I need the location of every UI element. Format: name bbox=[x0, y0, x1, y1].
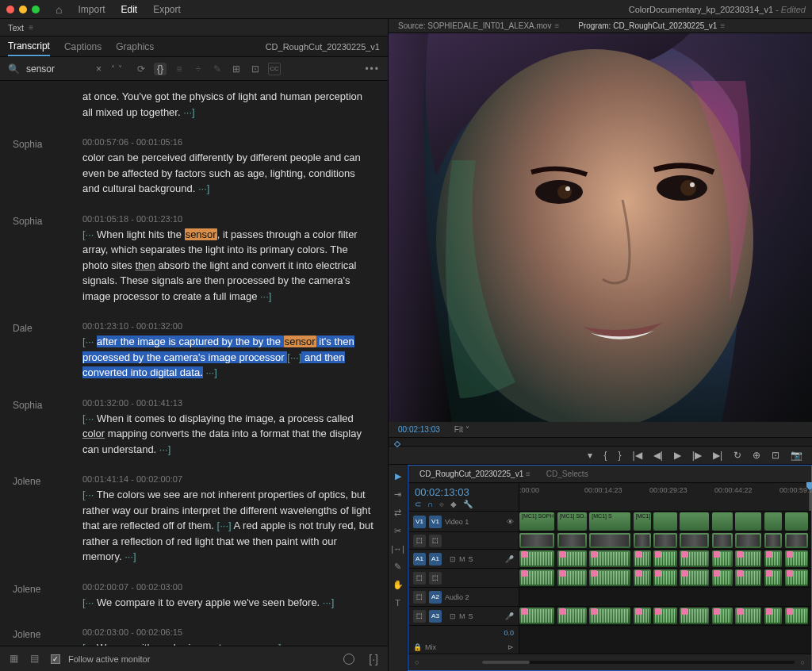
clip[interactable] bbox=[557, 608, 587, 624]
clip[interactable] bbox=[764, 550, 782, 567]
clip[interactable] bbox=[680, 608, 709, 624]
speaker-name[interactable]: Jolene bbox=[13, 582, 82, 611]
transcript-row[interactable]: Sophia00:01:32:00 - 00:01:41:13[··· When… bbox=[0, 393, 388, 470]
a1-source-toggle[interactable]: A1 bbox=[413, 553, 426, 566]
home-icon[interactable]: ⌂ bbox=[56, 3, 62, 16]
clip[interactable] bbox=[785, 533, 808, 548]
brackets-icon[interactable]: {} bbox=[154, 63, 167, 75]
transcript-text[interactable]: at once. You've got the physics of light… bbox=[82, 89, 375, 120]
lock-icon[interactable]: 🔒 bbox=[413, 643, 422, 651]
clip[interactable] bbox=[557, 533, 587, 548]
clip[interactable] bbox=[764, 608, 782, 624]
speaker-name[interactable]: Sophia bbox=[13, 214, 82, 305]
razor-tool-icon[interactable]: ✂ bbox=[394, 526, 401, 536]
timeline-ruler[interactable]: :00:0000:00:14:2300:00:29:2300:00:44:220… bbox=[519, 483, 811, 511]
speaker-name[interactable]: Jolene bbox=[13, 474, 82, 565]
clear-search[interactable]: × bbox=[96, 63, 102, 75]
track-header-a2[interactable]: ⬚ A2 Audio 2 bbox=[408, 588, 519, 606]
more-menu[interactable]: ••• bbox=[365, 63, 380, 75]
speaker-name[interactable]: Sophia bbox=[13, 137, 82, 197]
clip[interactable] bbox=[680, 569, 709, 586]
a1-target-toggle[interactable]: A1 bbox=[429, 553, 442, 566]
step-back-icon[interactable]: ◀| bbox=[653, 450, 663, 461]
clip[interactable] bbox=[653, 512, 676, 531]
footer-icon-1[interactable]: ▦ bbox=[10, 653, 22, 665]
search-input[interactable] bbox=[26, 63, 90, 75]
clip[interactable] bbox=[634, 569, 651, 586]
clip[interactable] bbox=[735, 550, 761, 567]
play-icon[interactable]: ▶ bbox=[674, 450, 681, 461]
clip[interactable] bbox=[634, 608, 651, 624]
clip[interactable] bbox=[785, 608, 808, 624]
speaker-name[interactable]: Dale bbox=[13, 321, 82, 381]
follow-checkbox[interactable]: ✓ bbox=[51, 654, 60, 664]
tab-graphics[interactable]: Graphics bbox=[116, 38, 154, 56]
go-to-out-icon[interactable]: ▶| bbox=[713, 450, 722, 461]
bracket-button[interactable]: [·] bbox=[369, 653, 378, 665]
clip[interactable] bbox=[589, 608, 630, 624]
footer-icon-2[interactable]: ▤ bbox=[30, 653, 43, 665]
menu-export[interactable]: Export bbox=[153, 4, 181, 15]
a3-content[interactable] bbox=[519, 607, 811, 625]
a3-target-toggle[interactable]: A3 bbox=[429, 610, 442, 623]
a2-target-toggle[interactable]: A2 bbox=[429, 591, 442, 604]
edit-icon[interactable]: ✎ bbox=[211, 63, 224, 75]
program-monitor[interactable] bbox=[389, 33, 812, 422]
clip[interactable] bbox=[519, 550, 554, 567]
minimize-window[interactable] bbox=[19, 6, 27, 13]
clip[interactable] bbox=[634, 533, 651, 548]
clip[interactable] bbox=[589, 550, 630, 567]
transcript-row[interactable]: Jolene00:01:41:14 - 00:02:00:07[··· The … bbox=[0, 470, 388, 577]
clip[interactable] bbox=[735, 512, 761, 531]
v1-target-toggle[interactable]: V1 bbox=[429, 516, 442, 528]
loop-icon[interactable]: ↻ bbox=[733, 450, 741, 461]
timeline-tab-2[interactable]: CD_Selects bbox=[542, 468, 593, 480]
cc-icon[interactable]: CC bbox=[268, 63, 281, 75]
clip[interactable]: [MC1] SO… bbox=[557, 512, 587, 531]
bracket-out-icon[interactable]: } bbox=[618, 450, 621, 461]
monitor-ruler[interactable] bbox=[389, 438, 812, 447]
zoom-value[interactable]: 0.0 bbox=[504, 629, 514, 637]
transcript-list[interactable]: at once. You've got the physics of light… bbox=[0, 81, 388, 646]
track-header-a1[interactable]: A1 A1 ⊡MS 🎤 bbox=[408, 550, 519, 568]
v1-content[interactable]: [MC1] SOPHIEDAL…[MC1] SO…[MC1] S[MC1] S bbox=[519, 512, 811, 531]
transcript-row[interactable]: at once. You've got the physics of light… bbox=[0, 84, 388, 132]
close-window[interactable] bbox=[6, 6, 14, 13]
clip[interactable] bbox=[735, 569, 761, 586]
mix-settings-icon[interactable]: ⊳ bbox=[508, 643, 514, 651]
transcript-text[interactable]: [··· We compare it to every apple we've … bbox=[82, 595, 375, 611]
clip[interactable] bbox=[634, 550, 651, 567]
fit-dropdown[interactable]: Fit ˅ bbox=[454, 425, 469, 434]
bracket-in-icon[interactable]: { bbox=[603, 450, 607, 461]
insert-icon[interactable]: ⊞ bbox=[230, 63, 243, 75]
selection-tool-icon[interactable]: ▶ bbox=[395, 471, 401, 481]
transcript-row[interactable]: Sophia00:01:05:18 - 00:01:23:10[··· When… bbox=[0, 209, 388, 317]
mix-content[interactable] bbox=[519, 640, 811, 654]
clip[interactable] bbox=[712, 533, 733, 548]
timeline-tab-active[interactable]: CD_RoughCut_20230225_v1 ≡ bbox=[415, 468, 535, 480]
clip[interactable] bbox=[589, 533, 630, 548]
refresh-icon[interactable]: ⟳ bbox=[135, 63, 147, 75]
transcript-text[interactable]: [··· When it comes to displaying the ima… bbox=[82, 411, 375, 458]
transcript-text[interactable]: [··· The colors we see are not inherent … bbox=[82, 487, 375, 565]
transcript-text[interactable]: color can be perceived differently by di… bbox=[82, 150, 375, 197]
slip-tool-icon[interactable]: |↔| bbox=[391, 544, 404, 554]
track-header-a3[interactable]: ⬚ A3 ⊡MS 🎤 bbox=[408, 607, 519, 625]
speaker-name[interactable]: Sophia bbox=[13, 398, 82, 458]
track-header-mix[interactable]: 🔒 Mix ⊳ bbox=[408, 640, 519, 654]
a1-content[interactable] bbox=[519, 550, 811, 568]
clip[interactable] bbox=[712, 608, 733, 624]
timeline-scrollbar[interactable]: ○ ○ bbox=[408, 654, 811, 670]
clip[interactable] bbox=[680, 550, 709, 567]
clip[interactable] bbox=[785, 512, 808, 531]
clip[interactable]: [MC1] S bbox=[589, 512, 630, 531]
link-icon[interactable]: ⟐ bbox=[439, 500, 444, 508]
clip[interactable] bbox=[764, 569, 782, 586]
clip[interactable] bbox=[519, 533, 554, 548]
pen-tool-icon[interactable]: ✎ bbox=[394, 562, 401, 572]
transcript-text[interactable]: [··· after the image is captured by the … bbox=[82, 334, 375, 381]
clip[interactable] bbox=[557, 569, 587, 586]
step-fwd-icon[interactable]: |▶ bbox=[692, 450, 702, 461]
monitor-timecode[interactable]: 00:02:13:03 bbox=[398, 425, 440, 434]
ripple-tool-icon[interactable]: ⇄ bbox=[394, 508, 401, 518]
